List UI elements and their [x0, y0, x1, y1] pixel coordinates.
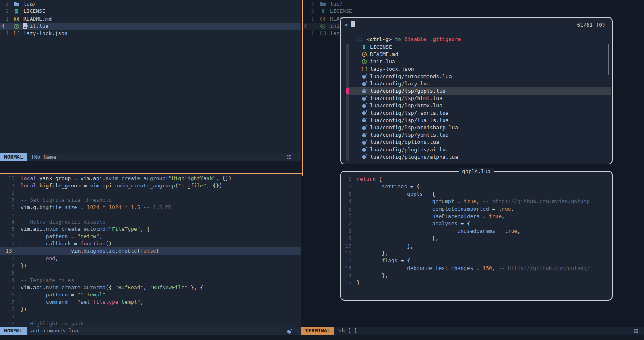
code-line[interactable]: 3vim.api.nvim_create_autocmd("FileType",…: [0, 226, 301, 233]
file-row[interactable]: 2LICENSE: [303, 8, 464, 15]
mode-badge: TERMINAL: [301, 327, 334, 335]
code-line[interactable]: 9 },: [341, 235, 612, 242]
code-text: ▏ command = "set filetype=templ",: [21, 299, 143, 306]
fzf-result-row[interactable]: init.lua: [341, 58, 611, 65]
file-row[interactable]: 2LICENSE: [0, 8, 301, 15]
file-row[interactable]: 1{.}lazy-lock.json: [0, 30, 301, 37]
file-row[interactable]: 3lua/: [0, 0, 301, 8]
code-line[interactable]: 4-- Netrw diagnostic disable: [0, 218, 301, 226]
line-number: 2: [0, 262, 14, 270]
mode-badge: NORMAL: [0, 327, 27, 335]
fzf-result-row[interactable]: lua/config/lsp/jsonls.lua: [341, 110, 611, 117]
code-line[interactable]: 2}): [0, 262, 301, 270]
fzf-result-row[interactable]: lua/config/lsp/omnisharp.lua: [341, 124, 611, 131]
line-number: 9: [0, 182, 14, 189]
code-line[interactable]: 1return {: [341, 176, 612, 183]
lua-icon: [361, 110, 367, 116]
line-number: 1: [0, 240, 14, 247]
line-number: 4: [0, 23, 9, 30]
code-text: },: [357, 243, 413, 250]
code-text: },: [357, 272, 388, 279]
code-line[interactable]: 10-- Highlight on yank: [0, 320, 301, 328]
code-text: vim.g.bigfile_size = 1024 * 1024 * 1.5 -…: [21, 204, 172, 211]
line-number: 13: [0, 247, 14, 255]
file-name: lua/config/plugins/ai.lua: [370, 146, 449, 153]
code-line[interactable]: 2 settings = {: [341, 183, 612, 190]
code-line[interactable]: 3 gopls = {: [341, 191, 612, 198]
code-text: -- Netrw diagnostic disable: [21, 218, 105, 226]
file-row[interactable]: 3lua/: [303, 0, 464, 8]
fzf-scrollbar[interactable]: [608, 44, 609, 75]
line-number: 8: [0, 189, 14, 197]
fzf-result-row[interactable]: lua/config/lazy.lua: [341, 80, 611, 87]
file-row[interactable]: 1README.md: [0, 15, 301, 23]
code-line[interactable]: 7▏ command = "set filetype=templ",: [0, 299, 301, 306]
line-number: 15: [341, 279, 351, 286]
fzf-result-row[interactable]: lua/config/plugins/ai.lua: [341, 146, 611, 153]
code-line[interactable]: 13 debounce_text_changes = 150, -- https…: [341, 265, 612, 272]
file-name: lua/: [330, 0, 343, 8]
code-line[interactable]: 15}: [341, 279, 612, 286]
line-number: 6: [0, 291, 14, 299]
file-row[interactable]: 4init.lua: [0, 23, 301, 30]
code-line[interactable]: 8: [0, 189, 301, 197]
code-line[interactable]: 2▏ pattern = "netrw",: [0, 233, 301, 240]
fzf-result-row[interactable]: lua/config/lsp/lua_ls.lua: [341, 117, 611, 124]
code-line[interactable]: 5 completeUnimported = true,: [341, 205, 612, 213]
code-line[interactable]: 8}): [0, 306, 301, 313]
lua-icon: [361, 88, 367, 94]
code-line[interactable]: 1▏ end,: [0, 255, 301, 262]
fzf-prompt-row[interactable]: > 61/61 (0): [345, 21, 607, 29]
vim-icon: [13, 23, 20, 29]
code-line[interactable]: 9local bigfile_group = vim.api.nvim_crea…: [0, 182, 301, 189]
code-line[interactable]: 1▏ callback = function(): [0, 240, 301, 247]
code-line[interactable]: 10 },: [341, 243, 612, 250]
lua-icon: [361, 81, 367, 87]
fzf-result-row[interactable]: lua/config/autocomands.lua: [341, 73, 611, 80]
code-line[interactable]: 3: [0, 270, 301, 277]
code-line[interactable]: 10local yank_group = vim.api.nvim_create…: [0, 175, 301, 182]
code-text: }): [21, 262, 27, 270]
code-line[interactable]: 5: [0, 211, 301, 218]
code-editor[interactable]: 10local yank_group = vim.api.nvim_create…: [0, 174, 301, 328]
fzf-result-row[interactable]: {.}lazy-lock.json: [341, 66, 611, 73]
code-line[interactable]: 9: [0, 313, 301, 320]
line-number: 10: [341, 243, 351, 250]
code-line[interactable]: 14 },: [341, 272, 612, 279]
fzf-match-counter: 61/61 (0): [577, 21, 605, 29]
lua-icon: [361, 147, 367, 153]
fzf-result-row[interactable]: lua/config/lsp/htmx.lua: [341, 102, 611, 110]
line-number: 8: [0, 306, 14, 313]
fzf-result-row[interactable]: LICENSE: [341, 44, 611, 51]
code-line[interactable]: 7 analyses = {: [341, 220, 612, 227]
code-text: vim.api.nvim_create_autocmd("FileType", …: [21, 226, 150, 233]
code-line[interactable]: 12 flags = {: [341, 257, 612, 264]
code-line[interactable]: 4-- Template files: [0, 277, 301, 284]
line-number: 5: [0, 211, 14, 218]
line-number: 5: [0, 284, 14, 291]
fzf-result-row[interactable]: lua/config/lsp/yamlls.lua: [341, 131, 611, 139]
line-number: 2: [0, 233, 14, 240]
code-line[interactable]: 4 gofumpt = true, -- https://github.com/…: [341, 198, 612, 205]
fzf-result-row[interactable]: lua/config/options.lua: [341, 139, 611, 146]
line-number: 2: [303, 8, 314, 15]
code-line[interactable]: 8 unusedparams = true,: [341, 228, 612, 235]
line-number: 8: [341, 228, 351, 235]
fzf-result-row[interactable]: README.md: [341, 51, 611, 58]
code-line[interactable]: 5vim.api.nvim_create_autocmd({ "BufRead"…: [0, 284, 301, 291]
fzf-result-row[interactable]: lua/config/lsp/html.lua: [341, 95, 611, 102]
code-line[interactable]: 7-- Set bigfile size threshold: [0, 197, 301, 204]
command-line: [0, 335, 644, 340]
code-line[interactable]: 6 usePlaceholders = true,: [341, 213, 612, 220]
fzf-result-row[interactable]: lua/config/lsp/gopls.lua: [341, 87, 611, 95]
line-number: 3: [341, 191, 351, 198]
code-line[interactable]: 13▏ vim.diagnostic.enable(false): [0, 247, 301, 255]
code-text: -- Template files: [21, 277, 74, 284]
line-number: 3: [0, 226, 14, 233]
code-line[interactable]: 6vim.g.bigfile_size = 1024 * 1024 * 1.5 …: [0, 204, 301, 211]
code-line[interactable]: 6▏ pattern = "*.templ",: [0, 291, 301, 299]
file-name: lua/config/lsp/html.lua: [370, 95, 442, 102]
fzf-result-row[interactable]: lua/config/plugins/alpha.lua: [341, 153, 611, 161]
code-line[interactable]: 11 },: [341, 250, 612, 257]
line-number: 10: [0, 320, 14, 328]
